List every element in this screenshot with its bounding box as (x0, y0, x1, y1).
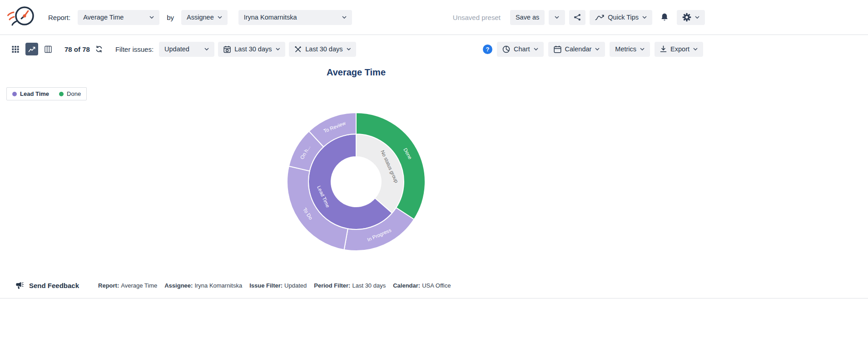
toolbar-actions: ? Chart Calendar (483, 42, 703, 57)
summary-calendar: Calendar:USA Office (393, 282, 451, 289)
export-icon (660, 45, 667, 53)
export-menu-label: Export (670, 45, 689, 53)
question-icon: ? (486, 46, 490, 53)
pie-chart-icon (502, 45, 510, 53)
view-toolbar: 78 of 78 Filter issues: Updated Last 30 (0, 41, 712, 57)
legend-dot-done (59, 92, 64, 96)
send-feedback-label: Send Feedback (29, 282, 79, 289)
header-divider (0, 35, 868, 35)
issue-count: 78 of 78 (64, 45, 90, 53)
chart-menu-button[interactable]: Chart (497, 42, 543, 57)
quick-tips-button[interactable]: Quick Tips (590, 10, 652, 25)
save-as-button[interactable]: Save as (510, 10, 545, 25)
bell-icon (660, 13, 669, 22)
schedule-filter-value: Last 30 days (305, 45, 342, 53)
assignee-select[interactable]: Iryna Komarnitska (238, 10, 352, 25)
summary-report: Report:Average Time (98, 282, 157, 289)
gear-icon (682, 13, 691, 22)
summary-period-filter: Period Filter:Last 30 days (314, 282, 386, 289)
filter-issues-label: Filter issues: (115, 45, 154, 53)
metrics-menu-button[interactable]: Metrics (610, 42, 650, 57)
chevron-down-icon (534, 48, 538, 50)
notifications-button[interactable] (656, 10, 673, 25)
unsaved-preset-label: Unsaved preset (453, 14, 501, 21)
chart-view-button[interactable] (25, 43, 38, 55)
tools-icon (294, 45, 302, 53)
share-icon (574, 14, 581, 21)
app: Report: Average Time by Assignee Iryna K… (0, 0, 712, 78)
chevron-down-icon (642, 16, 647, 19)
board-icon (45, 45, 52, 53)
sunburst-chart: No status groupLead TimeDoneIn ProgressT… (261, 86, 451, 277)
header-actions: Unsaved preset Save as (453, 10, 705, 25)
chevron-down-icon (695, 16, 699, 19)
chevron-down-icon (595, 48, 600, 50)
summary-assignee: Assignee:Iryna Komarnitska (164, 282, 242, 289)
assignee-value: Iryna Komarnitska (244, 14, 297, 21)
refresh-icon (95, 45, 103, 53)
legend-label: Done (67, 90, 81, 97)
footer-divider (0, 298, 868, 298)
chevron-down-icon (342, 16, 347, 19)
chart-menu-label: Chart (514, 45, 530, 53)
help-button[interactable]: ? (483, 45, 492, 54)
refresh-button[interactable] (94, 45, 104, 54)
issue-filter-value: Updated (164, 45, 189, 53)
calendar-menu-button[interactable]: Calendar (548, 42, 605, 57)
export-menu-button[interactable]: Export (655, 42, 703, 57)
report-type-value: Average Time (83, 14, 124, 21)
group-by-select[interactable]: Assignee (181, 10, 228, 25)
legend-item-lead-time[interactable]: Lead Time (12, 90, 49, 97)
send-feedback-button[interactable]: Send Feedback (13, 281, 82, 290)
report-type-select[interactable]: Average Time (78, 10, 159, 25)
grid-icon (12, 45, 19, 54)
summary-issue-filter: Issue Filter:Updated (249, 282, 307, 289)
chevron-down-icon (640, 48, 645, 50)
calendar-icon (554, 45, 561, 53)
chart-area: No status groupLead TimeDoneIn ProgressT… (261, 86, 451, 277)
by-label: by (167, 14, 174, 21)
legend-dot-lead-time (12, 92, 17, 96)
trend-line-icon (595, 15, 604, 20)
save-as-label: Save as (516, 14, 539, 21)
metrics-menu-label: Metrics (615, 45, 636, 53)
report-label: Report: (48, 14, 70, 21)
group-by-value: Assignee (187, 14, 214, 21)
settings-button[interactable] (677, 10, 705, 25)
issue-filter-select[interactable]: Updated (159, 42, 214, 57)
grid-view-button[interactable] (9, 43, 22, 55)
chevron-down-icon (218, 16, 222, 19)
preset-menu-button[interactable] (549, 10, 565, 25)
chevron-down-icon (149, 16, 154, 19)
app-header: Report: Average Time by Assignee Iryna K… (0, 0, 712, 35)
chart-line-icon (28, 46, 35, 53)
report-summary: Report:Average Time Assignee:Iryna Komar… (98, 282, 451, 289)
app-logo (7, 4, 35, 30)
chevron-down-icon (347, 48, 351, 50)
period-filter-value: Last 30 days (234, 45, 272, 53)
chevron-down-icon (276, 48, 280, 50)
chevron-down-icon (204, 48, 209, 50)
work-schedule-select[interactable]: Last 30 days (289, 42, 356, 57)
calendar-menu-label: Calendar (565, 45, 592, 53)
legend-item-done[interactable]: Done (59, 90, 81, 97)
page-title: Average Time (0, 67, 712, 78)
chevron-down-icon (555, 16, 559, 19)
chevron-down-icon (693, 48, 698, 50)
period-filter-select[interactable]: Last 30 days (218, 42, 285, 57)
chart-legend: Lead Time Done (6, 87, 87, 100)
legend-label: Lead Time (20, 90, 49, 97)
footer-bar: Send Feedback Report:Average Time Assign… (0, 273, 712, 298)
calendar-clock-icon (223, 45, 231, 53)
quick-tips-label: Quick Tips (608, 14, 639, 21)
share-button[interactable] (569, 10, 585, 25)
megaphone-icon (15, 282, 25, 289)
board-view-button[interactable] (42, 43, 55, 55)
